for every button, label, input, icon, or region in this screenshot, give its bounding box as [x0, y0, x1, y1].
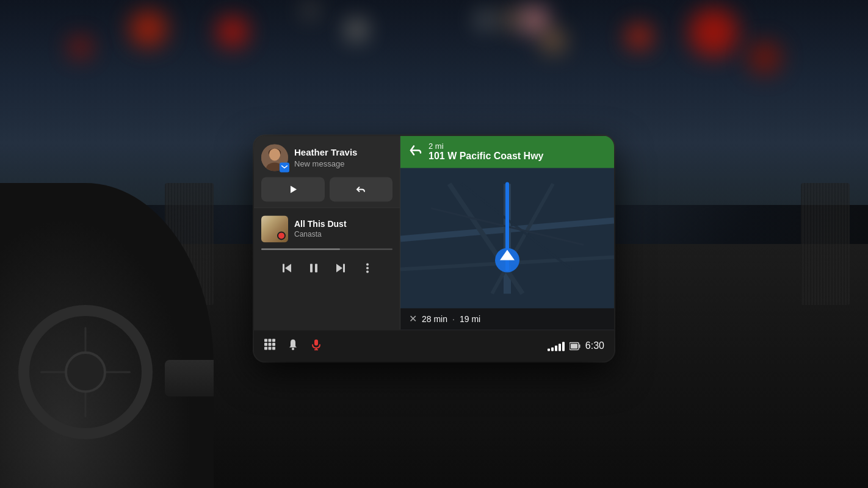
left-panel: Heather Travis New message: [254, 135, 400, 329]
svg-rect-31: [269, 343, 272, 346]
svg-rect-34: [269, 346, 272, 350]
svg-rect-35: [272, 346, 275, 350]
prev-track-button[interactable]: [276, 257, 298, 279]
svg-rect-10: [315, 264, 317, 272]
notification-card[interactable]: Heather Travis New message: [254, 135, 400, 208]
reply-message-button[interactable]: [330, 177, 393, 201]
svg-point-4: [269, 148, 280, 159]
speaker-right: [801, 183, 850, 305]
nav-text: 2 mi 101 W Pacific Coast Hwy: [429, 142, 544, 162]
svg-marker-6: [291, 185, 297, 193]
bokeh-light: [502, 10, 521, 29]
notification-actions: [261, 177, 392, 201]
notification-subtitle: New message: [294, 159, 392, 168]
more-options-button[interactable]: [356, 257, 378, 279]
svg-marker-12: [336, 264, 342, 272]
signal-bar-5: [562, 342, 565, 351]
eta-distance: 19 mi: [460, 314, 480, 324]
svg-point-15: [366, 270, 369, 273]
bokeh-light: [217, 16, 248, 47]
status-bar-right: 6:30: [548, 340, 604, 351]
music-header: All This Dust Canasta: [261, 215, 392, 242]
nav-distance: 2 mi: [429, 142, 544, 151]
bokeh-light: [689, 8, 738, 57]
android-auto-screen-wrapper: Heather Travis New message: [254, 135, 614, 361]
svg-rect-28: [269, 339, 272, 342]
progress-fill: [261, 248, 340, 249]
music-card[interactable]: All This Dust Canasta: [254, 208, 400, 329]
notification-header: Heather Travis New message: [261, 144, 392, 171]
signal-strength-indicator: [548, 341, 565, 351]
pause-button[interactable]: [303, 257, 325, 279]
navigation-banner: 2 mi 101 W Pacific Coast Hwy: [400, 135, 614, 168]
svg-rect-27: [264, 339, 267, 342]
svg-rect-41: [579, 344, 580, 348]
svg-rect-11: [343, 264, 345, 272]
steering-wheel: [18, 305, 153, 439]
signal-bar-3: [555, 345, 557, 351]
bokeh-light: [347, 21, 366, 39]
nav-street: 101 W Pacific Coast Hwy: [429, 151, 544, 162]
bokeh-light: [130, 10, 167, 47]
svg-rect-7: [283, 264, 284, 272]
contact-name: Heather Travis: [294, 147, 392, 158]
svg-rect-5: [281, 165, 288, 170]
track-title: All This Dust: [294, 219, 392, 229]
notification-bell-icon[interactable]: [287, 338, 299, 353]
apps-icon[interactable]: [264, 338, 276, 353]
map-panel[interactable]: 2 mi 101 W Pacific Coast Hwy ✕ 28 min · …: [400, 135, 614, 329]
clock-display: 6:30: [585, 340, 604, 351]
main-content: Heather Travis New message: [254, 135, 614, 329]
close-navigation-button[interactable]: ✕: [409, 313, 417, 325]
album-art: [261, 215, 288, 242]
svg-rect-9: [310, 264, 313, 272]
status-bar: 6:30: [254, 329, 614, 361]
svg-rect-32: [272, 343, 275, 346]
svg-rect-30: [264, 343, 267, 346]
signal-bar-2: [551, 347, 554, 351]
microphone-icon[interactable]: [310, 338, 322, 353]
music-controls: [261, 257, 392, 279]
eta-time: 28 min: [422, 314, 447, 324]
progress-bar[interactable]: [261, 248, 392, 249]
bokeh-light: [304, 4, 316, 16]
notification-text: Heather Travis New message: [294, 147, 392, 168]
svg-point-14: [366, 267, 369, 269]
status-bar-left: [264, 338, 548, 353]
svg-rect-42: [571, 343, 577, 348]
next-track-button[interactable]: [330, 257, 352, 279]
signal-bar-1: [548, 348, 550, 351]
android-auto-screen: Heather Travis New message: [254, 135, 614, 361]
battery-icon: [570, 342, 580, 350]
bokeh-light: [521, 6, 548, 34]
track-artist: Canasta: [294, 231, 392, 239]
turn-icon: [409, 143, 422, 160]
signal-bar-4: [559, 343, 561, 351]
play-message-button[interactable]: [261, 177, 325, 201]
bokeh-light: [627, 24, 651, 49]
music-info: All This Dust Canasta: [294, 219, 392, 239]
message-badge-icon: [280, 162, 289, 172]
bokeh-light: [70, 37, 91, 58]
svg-rect-37: [314, 339, 318, 345]
bokeh-light: [748, 41, 781, 74]
svg-rect-29: [272, 339, 275, 342]
svg-rect-33: [264, 346, 267, 350]
avatar-wrap: [261, 144, 288, 171]
eta-separator: ·: [452, 314, 455, 324]
svg-marker-8: [285, 264, 291, 272]
svg-point-36: [292, 348, 294, 350]
svg-point-13: [366, 263, 369, 265]
record-indicator: [277, 231, 286, 240]
eta-bar: ✕ 28 min · 19 mi: [400, 308, 614, 329]
